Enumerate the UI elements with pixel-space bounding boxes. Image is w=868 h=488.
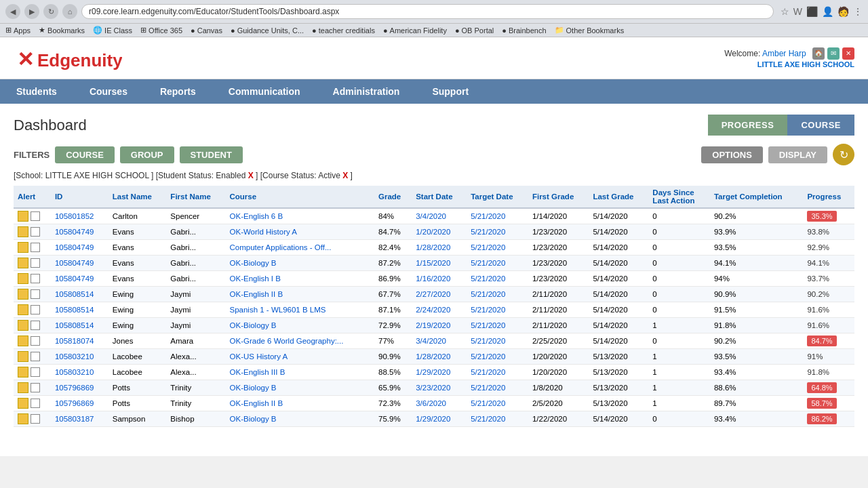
course-link[interactable]: OK-English III B [230, 368, 285, 376]
target-date-link[interactable]: 5/21/2020 [471, 352, 505, 361]
checkbox-icon[interactable] [31, 336, 40, 346]
bookmark-office365[interactable]: ⊞ Office 365 [140, 26, 182, 35]
filter-x1[interactable]: X [248, 171, 254, 180]
student-filter-button[interactable]: STUDENT [180, 146, 243, 163]
extension2-icon[interactable]: ⬛ [806, 6, 818, 17]
bookmark-canvas[interactable]: ● Canvas [191, 26, 222, 35]
target-date-link[interactable]: 5/21/2020 [471, 337, 505, 345]
student-id-link[interactable]: 105804749 [55, 228, 94, 236]
target-date-link[interactable]: 5/21/2020 [471, 290, 505, 298]
course-link[interactable]: OK-World History A [230, 228, 297, 236]
course-link[interactable]: OK-Biology B [230, 384, 277, 392]
extension-icon[interactable]: W [793, 6, 802, 17]
nav-administration[interactable]: Administration [317, 79, 416, 104]
forward-button[interactable]: ▶ [24, 4, 39, 19]
profile-icon[interactable]: 👤 [822, 6, 833, 17]
target-date-link[interactable]: 5/21/2020 [471, 243, 505, 251]
start-date-link[interactable]: 1/28/2020 [416, 243, 450, 251]
bookmark-teacher[interactable]: ● teacher creditials [312, 26, 375, 35]
target-date-link[interactable]: 5/21/2020 [471, 321, 505, 329]
bookmark-other[interactable]: 📁 Other Bookmarks [555, 26, 625, 35]
student-id-link[interactable]: 105801852 [55, 212, 94, 220]
target-completion-col-link[interactable]: Target Completion [714, 192, 783, 201]
course-link[interactable]: OK-English II B [230, 399, 283, 407]
student-id-link[interactable]: 105803210 [55, 352, 94, 361]
checkbox-icon[interactable] [31, 258, 40, 268]
user-icon[interactable]: 🧑 [837, 6, 849, 17]
bookmark-american-fidelity[interactable]: ● American Fidelity [383, 26, 447, 35]
checkbox-icon[interactable] [31, 289, 40, 299]
checkbox-icon[interactable] [31, 211, 40, 221]
checkbox-icon[interactable] [31, 383, 40, 392]
student-id-link[interactable]: 105804749 [55, 243, 94, 251]
checkbox-icon[interactable] [31, 367, 40, 377]
display-button[interactable]: DISPLAY [768, 146, 827, 163]
home-button[interactable]: ⌂ [62, 4, 77, 19]
start-date-link[interactable]: 1/15/2020 [416, 259, 450, 267]
school-name-link[interactable]: LITTLE AXE HIGH SCHOOL [757, 60, 854, 68]
user-name-link[interactable]: Amber Harp [762, 48, 806, 58]
student-id-link[interactable]: 105803187 [55, 415, 94, 423]
target-date-link[interactable]: 5/21/2020 [471, 228, 505, 236]
nav-reports[interactable]: Reports [144, 79, 212, 104]
target-date-link[interactable]: 5/21/2020 [471, 399, 505, 407]
group-filter-button[interactable]: GROUP [120, 146, 174, 163]
checkbox-icon[interactable] [31, 399, 40, 408]
bookmark-brainbench[interactable]: ● Brainbench [502, 26, 546, 35]
menu-icon[interactable]: ⋮ [853, 6, 863, 17]
bookmark-star-icon[interactable]: ☆ [781, 6, 789, 17]
progress-col-link[interactable]: Progress [807, 192, 841, 201]
course-link[interactable]: OK-US History A [230, 352, 288, 361]
bookmark-bookmarks[interactable]: ★ Bookmarks [39, 26, 85, 35]
id-col-link[interactable]: ID [55, 192, 63, 201]
checkbox-icon[interactable] [31, 227, 40, 237]
student-id-link[interactable]: 105808514 [55, 321, 94, 329]
course-link[interactable]: OK-Biology B [230, 259, 277, 267]
course-link[interactable]: OK-English 6 B [230, 212, 283, 220]
checkbox-icon[interactable] [31, 352, 40, 361]
start-date-link[interactable]: 2/19/2020 [416, 321, 450, 329]
start-date-link[interactable]: 1/29/2020 [416, 415, 450, 423]
course-link[interactable]: OK-English II B [230, 290, 283, 298]
student-id-link[interactable]: 105804749 [55, 259, 94, 267]
student-id-link[interactable]: 105808514 [55, 306, 94, 314]
options-button[interactable]: OPTIONS [701, 146, 763, 163]
start-date-link[interactable]: 2/27/2020 [416, 290, 450, 298]
address-bar[interactable]: r09.core.learn.edgenuity.com/Educator/St… [81, 4, 774, 19]
start-date-link[interactable]: 3/23/2020 [416, 384, 450, 392]
start-date-link[interactable]: 2/24/2020 [416, 306, 450, 314]
checkbox-icon[interactable] [31, 305, 40, 314]
target-date-link[interactable]: 5/21/2020 [471, 306, 505, 314]
course-link[interactable]: Computer Applications - Off... [230, 243, 332, 251]
mail-icon-btn[interactable]: ✉ [827, 47, 840, 60]
bookmark-ieclass[interactable]: 🌐 IE Class [93, 26, 132, 35]
progress-button[interactable]: PROGRESS [708, 115, 788, 136]
checkbox-icon[interactable] [31, 274, 40, 283]
course-button[interactable]: COURSE [787, 115, 854, 136]
close-icon-btn[interactable]: ✕ [842, 47, 854, 60]
start-date-link[interactable]: 1/20/2020 [416, 228, 450, 236]
last-name-col-link[interactable]: Last Name [113, 192, 152, 201]
nav-communication[interactable]: Communication [212, 79, 317, 104]
nav-courses[interactable]: Courses [73, 79, 144, 104]
target-date-col-link[interactable]: Target Date [471, 192, 513, 201]
start-date-link[interactable]: 3/4/2020 [416, 212, 446, 220]
back-button[interactable]: ◀ [5, 4, 20, 19]
bookmark-guidance[interactable]: ● Guidance Units, C... [231, 26, 304, 35]
checkbox-icon[interactable] [31, 321, 40, 330]
start-date-link[interactable]: 1/29/2020 [416, 368, 450, 376]
first-name-col-link[interactable]: First Name [170, 192, 210, 201]
course-link[interactable]: Spanish 1 - WL9601 B LMS [230, 306, 326, 314]
student-id-link[interactable]: 105804749 [55, 274, 94, 283]
nav-support[interactable]: Support [416, 79, 485, 104]
student-id-link[interactable]: 105796869 [55, 399, 94, 407]
start-date-link[interactable]: 1/28/2020 [416, 352, 450, 361]
bookmark-apps[interactable]: ⊞ Apps [5, 26, 31, 35]
course-link[interactable]: OK-Biology B [230, 321, 277, 329]
course-link[interactable]: OK-Biology B [230, 415, 277, 423]
student-id-link[interactable]: 105803210 [55, 368, 94, 376]
refresh-button[interactable]: ↻ [43, 4, 58, 19]
target-date-link[interactable]: 5/21/2020 [471, 274, 505, 283]
course-link[interactable]: OK-Grade 6 World Geography:... [230, 337, 344, 345]
nav-students[interactable]: Students [0, 79, 73, 104]
